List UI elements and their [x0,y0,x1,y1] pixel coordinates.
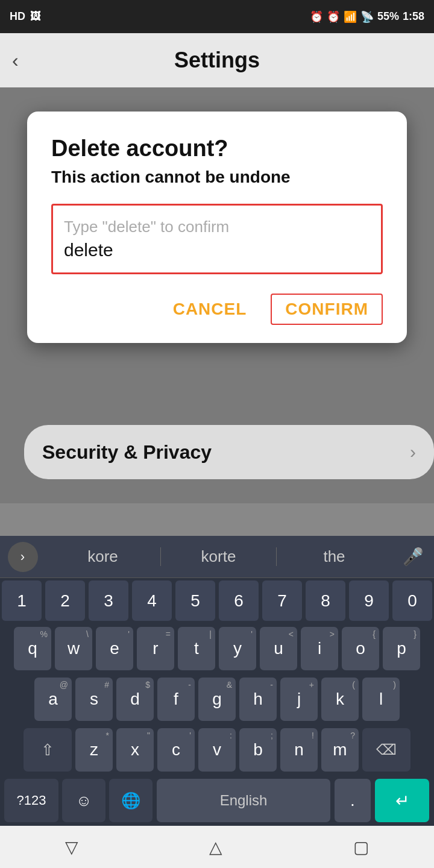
key-d[interactable]: $d [116,678,154,721]
key-i[interactable]: >i [301,627,338,670]
status-left: HD 🖼 [10,10,41,23]
expand-suggestions-button[interactable]: › [0,536,45,578]
key-j[interactable]: +j [280,678,318,721]
suggestions-list: kore korte the [45,547,392,566]
key-6[interactable]: 6 [219,580,259,621]
key-y[interactable]: 'y [219,627,256,670]
key-n[interactable]: !n [280,728,318,772]
chevron-right-icon: › [410,442,416,462]
cancel-button[interactable]: CANCEL [173,300,247,319]
zxcv-row: ⇧ *z "x 'c :v ;b !n ?m ⌫ [0,725,434,775]
key-4[interactable]: 4 [132,580,172,621]
globe-key[interactable]: 🌐 [109,779,153,822]
key-e[interactable]: 'e [96,627,133,670]
shift-key[interactable]: ⇧ [24,728,72,772]
enter-icon: ↵ [395,791,409,811]
hd-label: HD [10,10,25,23]
key-1[interactable]: 1 [2,580,42,621]
key-t[interactable]: |t [178,627,215,670]
key-q[interactable]: %q [14,627,51,670]
dialog-buttons: CANCEL CONFIRM [51,294,383,325]
status-bar: HD 🖼 ⏰ ⏰ 📶 📡 55% 1:58 [0,0,434,33]
key-z[interactable]: *z [75,728,113,772]
key-o[interactable]: {o [342,627,379,670]
suggestion-3[interactable]: the [277,547,392,566]
sym-key[interactable]: ?123 [4,779,58,822]
delete-input-box[interactable]: Type "delete" to confirm delete [51,204,383,274]
backspace-key[interactable]: ⌫ [362,728,410,772]
key-u[interactable]: <u [260,627,297,670]
nav-back-button[interactable]: ▽ [65,837,78,857]
key-v[interactable]: :v [198,728,236,772]
suggestion-bar: › kore korte the 🎤 [0,536,434,578]
key-0[interactable]: 0 [392,580,432,621]
key-s[interactable]: #s [75,678,113,721]
number-row: 1 2 3 4 5 6 7 8 9 0 [0,578,434,623]
key-x[interactable]: "x [116,728,154,772]
space-key[interactable]: English [157,779,330,822]
key-a[interactable]: @a [34,678,72,721]
key-r[interactable]: =r [137,627,174,670]
back-button[interactable]: ‹ [12,49,19,72]
mic-icon: 🎤 [403,547,424,567]
security-privacy-row[interactable]: Security & Privacy › [24,425,434,479]
qwerty-row: %q \w 'e =r |t 'y <u >i {o }p [0,623,434,674]
key-k[interactable]: (k [321,678,359,721]
input-placeholder: Type "delete" to confirm [64,218,370,236]
enter-key[interactable]: ↵ [375,779,429,822]
period-key[interactable]: . [335,779,371,822]
suggestion-2[interactable]: korte [161,547,277,566]
nav-home-button[interactable]: △ [209,837,222,857]
nav-recent-button[interactable]: ▢ [353,837,369,857]
asdf-row: @a #s $d -f &g -h +j (k )l [0,674,434,725]
bottom-row: ?123 ☺ 🌐 English . ↵ [0,775,434,826]
photo-icon: 🖼 [30,10,41,23]
bottom-nav: ▽ △ ▢ [0,826,434,868]
dialog-title: Delete account? [51,136,383,162]
signal-icon: 📡 [360,10,374,24]
alarm-icon: ⏰ [310,10,323,24]
suggestion-1[interactable]: kore [45,547,161,566]
key-c[interactable]: 'c [157,728,195,772]
settings-header: ‹ Settings [0,33,434,87]
battery-label: 55% [377,10,399,23]
key-8[interactable]: 8 [306,580,345,621]
time-label: 1:58 [403,10,424,23]
key-l[interactable]: )l [362,678,400,721]
key-9[interactable]: 9 [349,580,389,621]
key-3[interactable]: 3 [89,580,128,621]
input-value: delete [64,240,370,260]
mic-button[interactable]: 🎤 [392,547,434,567]
expand-icon: › [8,542,38,572]
security-label: Security & Privacy [42,441,212,464]
wifi-icon: 📶 [344,10,357,24]
key-p[interactable]: }p [383,627,420,670]
key-2[interactable]: 2 [45,580,85,621]
keyboard: › kore korte the 🎤 1 2 3 4 5 6 7 8 9 0 %… [0,536,434,826]
key-7[interactable]: 7 [262,580,302,621]
page-title: Settings [174,48,260,73]
dialog-subtitle: This action cannot be undone [51,168,383,187]
key-5[interactable]: 5 [175,580,215,621]
delete-account-dialog: Delete account? This action cannot be un… [27,112,407,343]
key-h[interactable]: -h [239,678,277,721]
key-f[interactable]: -f [157,678,195,721]
confirm-button[interactable]: CONFIRM [271,294,383,325]
key-m[interactable]: ?m [321,728,359,772]
emoji-key[interactable]: ☺ [62,779,105,822]
key-w[interactable]: \w [55,627,92,670]
key-b[interactable]: ;b [239,728,277,772]
key-g[interactable]: &g [198,678,236,721]
space-label: English [220,792,268,809]
status-right: ⏰ ⏰ 📶 📡 55% 1:58 [310,10,424,24]
alarm2-icon: ⏰ [327,10,340,24]
